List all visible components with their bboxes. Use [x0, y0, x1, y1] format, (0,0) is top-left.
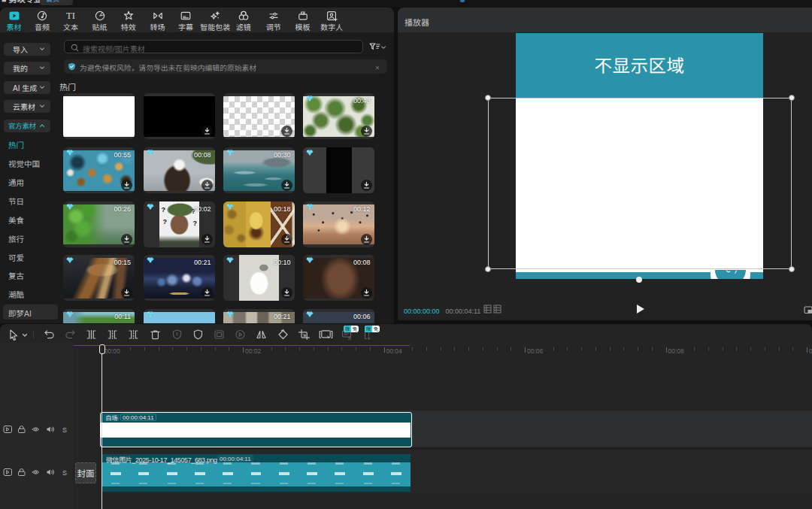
svg-text:S: S	[62, 426, 67, 434]
svg-text:TI: TI	[66, 11, 75, 21]
svg-text:S: S	[62, 469, 67, 477]
